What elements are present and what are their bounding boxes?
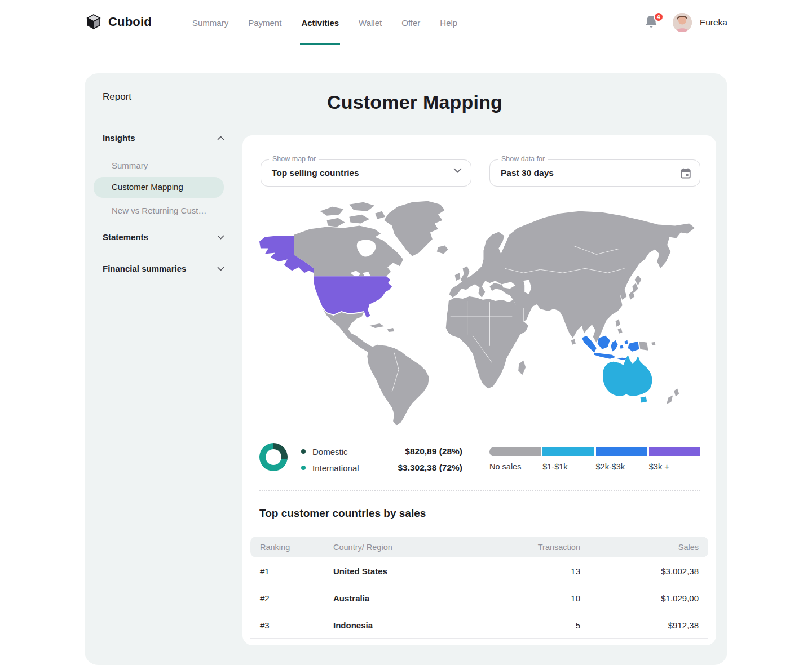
- chevron-down-icon: [217, 235, 224, 240]
- show-map-for-select[interactable]: Show map for Top selling countries: [261, 159, 471, 187]
- avatar[interactable]: [673, 13, 692, 32]
- table-row: #2 Australia 10 $1.029,00: [250, 584, 708, 611]
- nav-tab-summary[interactable]: Summary: [192, 0, 229, 45]
- world-map: [259, 201, 703, 428]
- main-nav: Summary Payment Activities Wallet Offer …: [192, 0, 458, 45]
- calendar-icon: [681, 168, 691, 179]
- sidebar-title: Report: [103, 91, 131, 103]
- table-row: #1 United States 13 $3.002,38: [250, 557, 708, 584]
- sales-legend: Domestic $820,89 (28%) International $3.…: [301, 445, 462, 478]
- customer-mapping-card: Show map for Top selling countries Show …: [242, 135, 716, 645]
- sidebar-section-statements[interactable]: Statements: [103, 232, 224, 242]
- scale-segment-3k-plus: $3k +: [649, 447, 700, 471]
- sidebar-section-insights[interactable]: Insights: [103, 133, 224, 143]
- legend-item-international: International $3.302,38 (72%): [301, 462, 462, 474]
- sidebar-section-financial-summaries[interactable]: Financial summaries: [103, 264, 224, 273]
- notification-badge: 4: [654, 12, 664, 22]
- donut-chart: [259, 443, 288, 471]
- column-country-region: Country/ Region: [333, 543, 473, 552]
- chevron-down-icon: [453, 168, 462, 173]
- nav-tab-help[interactable]: Help: [439, 0, 458, 45]
- content-container: Report Insights Summary Customer Mapping…: [85, 73, 727, 665]
- cuboid-logo-icon: [86, 14, 102, 30]
- app-header: Cuboid Summary Payment Activities Wallet…: [0, 0, 812, 45]
- dotted-divider: [259, 490, 700, 491]
- scale-segment-2k-3k: $2k-$3k: [596, 447, 647, 471]
- page-title: Customer Mapping: [327, 91, 502, 113]
- notifications-button[interactable]: 4: [645, 14, 659, 31]
- show-data-for-select[interactable]: Show data for Past 30 days: [489, 159, 700, 187]
- nav-tab-payment[interactable]: Payment: [248, 0, 282, 45]
- column-ranking: Ranking: [260, 543, 333, 552]
- nav-tab-offer[interactable]: Offer: [401, 0, 421, 45]
- table-title: Top customer countries by sales: [259, 507, 426, 520]
- international-dot-icon: [301, 466, 306, 470]
- brand[interactable]: Cuboid: [86, 14, 152, 30]
- chevron-down-icon: [217, 267, 224, 271]
- table-row: #3 Indonesia 5 $912,38: [250, 611, 708, 639]
- chevron-up-icon: [217, 136, 224, 140]
- column-sales: Sales: [580, 543, 699, 552]
- sidebar-item-customer-mapping[interactable]: Customer Mapping: [94, 177, 224, 198]
- nav-tab-wallet[interactable]: Wallet: [358, 0, 382, 45]
- report-sidebar: Report Insights Summary Customer Mapping…: [85, 73, 242, 665]
- header-right: 4 Eureka: [645, 0, 727, 45]
- user-name: Eureka: [700, 17, 727, 28]
- scale-segment-no-sales: No sales: [489, 447, 541, 471]
- column-transaction: Transaction: [473, 543, 580, 552]
- domestic-dot-icon: [301, 449, 306, 454]
- sales-color-scale: No sales $1-$1k $2k-$3k $3k +: [489, 447, 700, 471]
- scale-segment-1-1k: $1-$1k: [542, 447, 594, 471]
- sidebar-item-new-vs-returning[interactable]: New vs Returning Cust…: [112, 206, 206, 215]
- table-header: Ranking Country/ Region Transaction Sale…: [250, 537, 708, 557]
- nav-tab-activities[interactable]: Activities: [301, 0, 339, 45]
- sidebar-item-summary[interactable]: Summary: [112, 161, 148, 170]
- legend-item-domestic: Domestic $820,89 (28%): [301, 445, 462, 458]
- brand-name: Cuboid: [108, 15, 152, 29]
